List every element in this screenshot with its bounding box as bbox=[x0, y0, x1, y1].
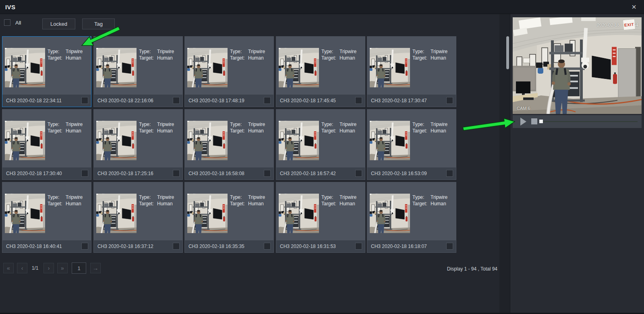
event-timestamp: CH3 2020-02-18 16:57:42 bbox=[280, 171, 336, 176]
event-thumbnail bbox=[96, 121, 137, 160]
event-card[interactable]: Type: Tripwire Target: Human CH3 2020-02… bbox=[276, 182, 365, 253]
event-card[interactable]: Type: Tripwire Target: Human CH3 2020-02… bbox=[93, 109, 183, 180]
event-checkbox[interactable] bbox=[355, 170, 362, 177]
event-checkbox[interactable] bbox=[81, 170, 88, 177]
player-bar bbox=[513, 115, 642, 128]
type-value: Tripwire bbox=[248, 194, 265, 200]
locked-button[interactable]: Locked bbox=[42, 19, 75, 29]
go-page-button[interactable]: → bbox=[90, 263, 101, 273]
event-card[interactable]: Type: Tripwire Target: Human CH3 2020-02… bbox=[276, 109, 365, 180]
event-checkbox[interactable] bbox=[81, 97, 88, 104]
type-value: Tripwire bbox=[431, 194, 447, 200]
event-checkbox[interactable] bbox=[355, 97, 362, 104]
event-card-footer: CH3 2020-02-18 16:31:53 bbox=[276, 240, 365, 252]
event-checkbox[interactable] bbox=[264, 243, 271, 250]
target-value: Human bbox=[340, 201, 355, 207]
event-checkbox[interactable] bbox=[446, 97, 453, 104]
stop-icon[interactable] bbox=[531, 118, 537, 124]
event-checkbox[interactable] bbox=[173, 243, 180, 250]
event-card-footer: CH3 2020-02-18 22:16:06 bbox=[94, 95, 182, 107]
event-card[interactable]: Type: Tripwire Target: Human CH3 2020-02… bbox=[93, 36, 183, 107]
event-checkbox[interactable] bbox=[264, 97, 271, 104]
target-label: Target: bbox=[139, 55, 154, 61]
page-input[interactable] bbox=[72, 262, 86, 274]
target-value: Human bbox=[340, 55, 355, 61]
target-label: Target: bbox=[48, 201, 62, 207]
page-indicator: 1/1 bbox=[29, 263, 41, 273]
target-value: Human bbox=[66, 201, 81, 207]
seek-track[interactable] bbox=[541, 121, 638, 122]
event-checkbox[interactable] bbox=[446, 243, 453, 250]
scrollbar-thumb[interactable] bbox=[506, 36, 509, 69]
event-checkbox[interactable] bbox=[173, 97, 180, 104]
event-timestamp: CH3 2020-02-18 22:16:06 bbox=[97, 98, 153, 103]
event-card[interactable]: Type: Tripwire Target: Human CH3 2020-02… bbox=[367, 109, 456, 180]
event-checkbox[interactable] bbox=[173, 170, 180, 177]
select-all-group: All bbox=[4, 19, 21, 26]
event-thumbnail bbox=[279, 48, 319, 87]
event-checkbox[interactable] bbox=[355, 243, 362, 250]
event-card[interactable]: Type: Tripwire Target: Human CH3 2020-02… bbox=[93, 182, 183, 253]
event-card-footer: CH3 2020-02-18 16:40:41 bbox=[2, 240, 91, 252]
close-icon[interactable]: × bbox=[629, 2, 639, 12]
first-page-button[interactable]: « bbox=[3, 263, 14, 273]
target-value: Human bbox=[431, 55, 446, 61]
event-card[interactable]: Type: Tripwire Target: Human CH3 2020-02… bbox=[2, 182, 91, 253]
event-card[interactable]: Type: Tripwire Target: Human CH3 2020-02… bbox=[276, 36, 365, 107]
seek-handle[interactable] bbox=[539, 120, 543, 123]
type-value: Tripwire bbox=[157, 194, 174, 200]
target-label: Target: bbox=[412, 201, 427, 207]
event-thumbnail bbox=[370, 48, 410, 87]
event-thumbnail bbox=[96, 48, 137, 87]
type-value: Tripwire bbox=[66, 49, 83, 54]
type-label: Type: bbox=[412, 122, 424, 127]
event-card[interactable]: Type: Tripwire Target: Human CH3 2020-02… bbox=[184, 36, 274, 107]
event-timestamp: CH3 2020-02-18 16:35:35 bbox=[188, 244, 244, 249]
event-timestamp: CH3 2020-02-18 16:37:12 bbox=[97, 244, 153, 249]
event-list-area: All Locked Tag Type: Tripwire Target: Hu… bbox=[0, 14, 499, 314]
event-card[interactable]: Type: Tripwire Target: Human CH3 2020-02… bbox=[367, 36, 456, 107]
preview-panel: 2020-02-1854 EXIT CAM 6 bbox=[510, 14, 644, 314]
type-value: Tripwire bbox=[248, 122, 265, 127]
event-checkbox[interactable] bbox=[446, 170, 453, 177]
type-label: Type: bbox=[48, 194, 59, 200]
event-timestamp: CH3 2020-02-18 16:31:53 bbox=[280, 244, 336, 249]
event-card-footer: CH3 2020-02-18 16:53:09 bbox=[367, 167, 456, 180]
event-thumbnail bbox=[279, 121, 319, 160]
event-card-footer: CH3 2020-02-18 16:18:07 bbox=[367, 240, 456, 252]
event-checkbox[interactable] bbox=[81, 243, 88, 250]
target-label: Target: bbox=[321, 128, 336, 134]
event-card[interactable]: Type: Tripwire Target: Human CH3 2020-02… bbox=[367, 182, 456, 253]
event-card-footer: CH3 2020-02-18 16:58:08 bbox=[185, 167, 273, 180]
target-label: Target: bbox=[321, 55, 336, 61]
type-label: Type: bbox=[48, 49, 59, 54]
tag-button[interactable]: Tag bbox=[82, 19, 115, 29]
title-bar: IVS × bbox=[0, 0, 644, 14]
type-value: Tripwire bbox=[340, 122, 356, 127]
play-icon[interactable] bbox=[520, 118, 526, 126]
window-title: IVS bbox=[5, 4, 15, 10]
target-label: Target: bbox=[48, 55, 62, 61]
event-timestamp: CH3 2020-02-18 17:30:47 bbox=[371, 98, 427, 103]
target-value: Human bbox=[248, 128, 264, 134]
last-page-button[interactable]: » bbox=[57, 263, 68, 273]
type-value: Tripwire bbox=[66, 122, 83, 127]
type-value: Tripwire bbox=[157, 122, 174, 127]
type-label: Type: bbox=[48, 122, 59, 127]
event-timestamp: CH3 2020-02-18 16:53:09 bbox=[371, 171, 427, 176]
next-page-button[interactable]: › bbox=[43, 263, 54, 273]
event-thumbnail bbox=[5, 194, 45, 233]
event-timestamp: CH3 2020-02-18 22:34:11 bbox=[6, 98, 62, 103]
event-card[interactable]: Type: Tripwire Target: Human CH3 2020-02… bbox=[184, 182, 274, 253]
event-card[interactable]: Type: Tripwire Target: Human CH3 2020-02… bbox=[2, 109, 91, 180]
event-checkbox[interactable] bbox=[264, 170, 271, 177]
type-value: Tripwire bbox=[248, 49, 265, 54]
prev-page-button[interactable]: ‹ bbox=[17, 263, 27, 273]
select-all-checkbox[interactable] bbox=[4, 19, 10, 26]
target-label: Target: bbox=[230, 201, 245, 207]
event-card[interactable]: Type: Tripwire Target: Human CH3 2020-02… bbox=[184, 109, 274, 180]
event-card[interactable]: Type: Tripwire Target: Human CH3 2020-02… bbox=[2, 36, 91, 107]
target-label: Target: bbox=[139, 201, 154, 207]
type-value: Tripwire bbox=[157, 49, 174, 54]
target-value: Human bbox=[157, 128, 173, 134]
